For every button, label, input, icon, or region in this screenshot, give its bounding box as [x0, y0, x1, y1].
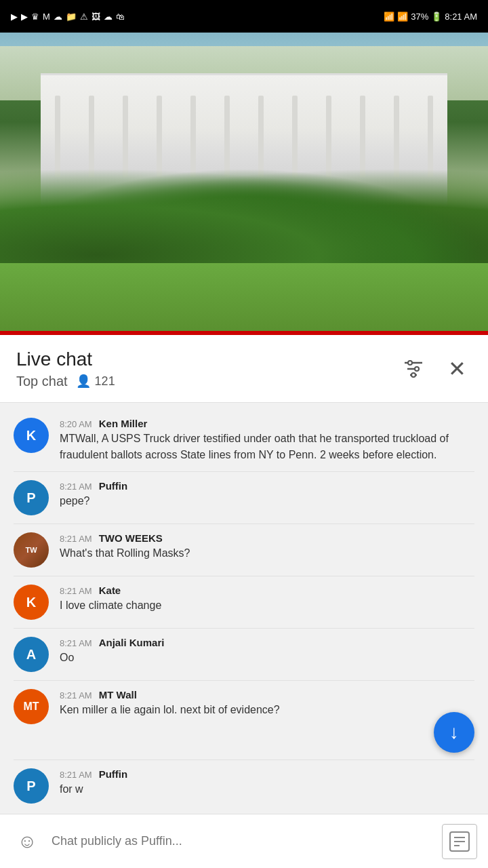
- svg-point-4: [415, 367, 419, 371]
- header-actions: ✕: [399, 354, 472, 384]
- folder-icon: 📁: [66, 12, 77, 22]
- time-display: 8:21 AM: [445, 12, 477, 22]
- chat-message: A 8:21 AM Anjali Kumari Oo: [0, 629, 488, 680]
- chat-message: P 8:21 AM Puffin pepe?: [0, 472, 488, 524]
- send-icon: [449, 831, 470, 852]
- message-header: 8:20 AM Ken Miller: [60, 418, 474, 429]
- emoji-button[interactable]: ☺: [11, 825, 43, 858]
- signal-icon: 📶: [397, 12, 408, 22]
- message-text: I love climate change: [60, 597, 474, 614]
- chat-header: Live chat Top chat 👤 121: [0, 335, 488, 403]
- avatar: P: [14, 768, 49, 804]
- top-chat-row: Top chat 👤 121: [16, 374, 399, 389]
- message-body: 8:21 AM Puffin pepe?: [60, 480, 474, 509]
- warning-icon: ⚠: [80, 12, 88, 22]
- system-status-icons: 📶 📶 37% 🔋 8:21 AM: [384, 12, 477, 22]
- chat-message: K 8:21 AM Kate I love climate change: [0, 576, 488, 628]
- message-text: Oo: [60, 650, 474, 666]
- viewer-icon: 👤: [76, 374, 91, 389]
- message-time: 8:21 AM: [60, 481, 92, 492]
- message-text: for w: [60, 781, 474, 797]
- avatar: K: [14, 418, 49, 453]
- chat-header-titles: Live chat Top chat 👤 121: [16, 348, 399, 389]
- message-header: 8:21 AM Puffin: [60, 480, 474, 492]
- video-player[interactable]: [0, 33, 488, 331]
- top-chat-label: Top chat: [16, 374, 68, 389]
- chat-message: P 8:21 AM Puffin for w: [0, 760, 488, 812]
- youtube-icon: ▶: [11, 12, 18, 22]
- cloud2-icon: ☁: [104, 12, 113, 22]
- close-icon: ✕: [448, 356, 466, 382]
- message-text: MTWall, A USPS Truck driver testified un…: [60, 431, 474, 463]
- cloud-icon: ☁: [54, 12, 62, 22]
- message-body: 8:20 AM Ken Miller MTWall, A USPS Truck …: [60, 418, 474, 463]
- message-author: Ken Miller: [99, 418, 148, 429]
- message-text: pepe?: [60, 493, 474, 509]
- message-header: 8:21 AM MT Wall: [60, 689, 474, 701]
- avatar: A: [14, 637, 49, 672]
- close-button[interactable]: ✕: [442, 354, 472, 384]
- message-text: What's that Rolling Masks?: [60, 545, 474, 561]
- message-header: 8:21 AM Puffin: [60, 768, 474, 780]
- chat-message: TW 8:21 AM TWO WEEKS What's that Rolling…: [0, 524, 488, 576]
- scroll-fab-container: ↓: [0, 712, 488, 753]
- chat-messages: K 8:20 AM Ken Miller MTWall, A USPS Truc…: [0, 403, 488, 818]
- message-header: 8:21 AM TWO WEEKS: [60, 532, 474, 544]
- viewer-count-value: 121: [95, 374, 115, 389]
- message-body: 8:21 AM Anjali Kumari Oo: [60, 637, 474, 666]
- image-icon: 🖼: [92, 12, 100, 22]
- live-chat-title: Live chat: [16, 348, 399, 371]
- wifi-icon: 📶: [384, 12, 394, 22]
- chat-input[interactable]: [52, 825, 434, 858]
- message-time: 8:21 AM: [60, 586, 92, 596]
- message-time: 8:20 AM: [60, 419, 92, 429]
- filter-icon: [403, 360, 424, 378]
- message-author: MT Wall: [99, 689, 137, 701]
- message-body: 8:21 AM Kate I love climate change: [60, 585, 474, 614]
- message-author: Kate: [99, 585, 121, 596]
- avatar: K: [14, 585, 49, 620]
- filter-button[interactable]: [399, 354, 428, 384]
- chat-input-bar: ☺: [0, 814, 488, 868]
- message-header: 8:21 AM Anjali Kumari: [60, 637, 474, 648]
- svg-point-3: [408, 361, 412, 365]
- message-time: 8:21 AM: [60, 534, 92, 544]
- notification-icons: ▶ ▶ ♛ M ☁ 📁 ⚠ 🖼 ☁ 🛍: [11, 12, 125, 22]
- message-time: 8:21 AM: [60, 690, 92, 701]
- avatar: P: [14, 480, 49, 515]
- svg-point-5: [411, 373, 415, 377]
- bag-icon: 🛍: [116, 12, 125, 22]
- mastodon-icon: M: [43, 12, 50, 22]
- youtube2-icon: ▶: [21, 12, 28, 22]
- chevron-down-icon: ↓: [449, 722, 459, 743]
- battery-icon: 🔋: [431, 12, 442, 22]
- message-time: 8:21 AM: [60, 770, 92, 780]
- crown-icon: ♛: [31, 12, 39, 22]
- message-body: 8:21 AM Puffin for w: [60, 768, 474, 797]
- send-button[interactable]: [442, 824, 477, 859]
- message-author: Puffin: [99, 768, 128, 780]
- message-author: Anjali Kumari: [99, 637, 165, 648]
- chat-panel: Live chat Top chat 👤 121: [0, 335, 488, 868]
- message-time: 8:21 AM: [60, 638, 92, 648]
- chat-message: K 8:20 AM Ken Miller MTWall, A USPS Truc…: [0, 410, 488, 471]
- emoji-icon: ☺: [18, 831, 37, 852]
- scroll-to-bottom-button[interactable]: ↓: [434, 712, 474, 753]
- message-header: 8:21 AM Kate: [60, 585, 474, 596]
- message-body: 8:21 AM TWO WEEKS What's that Rolling Ma…: [60, 532, 474, 561]
- status-bar: ▶ ▶ ♛ M ☁ 📁 ⚠ 🖼 ☁ 🛍 📶 📶 37% 🔋 8:21 AM: [0, 0, 488, 33]
- message-author: TWO WEEKS: [99, 532, 163, 544]
- battery-percent: 37%: [411, 12, 428, 22]
- viewer-count: 👤 121: [76, 374, 115, 389]
- message-author: Puffin: [99, 480, 128, 492]
- avatar: TW: [14, 532, 49, 568]
